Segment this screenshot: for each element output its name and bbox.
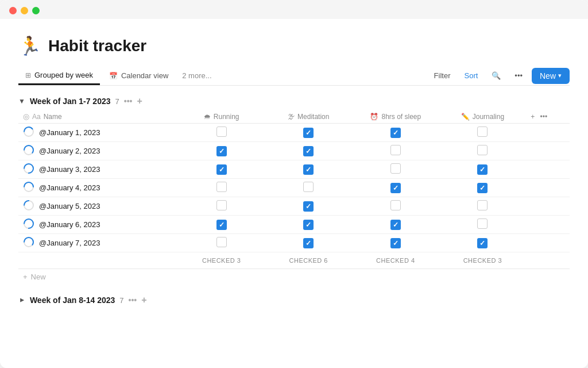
section1-options-icon[interactable]: •••: [124, 97, 133, 106]
tab-calendar-label: Calendar view: [121, 71, 168, 80]
progress-circle-6: [23, 236, 34, 250]
tab-calendar-view[interactable]: 📅 Calendar view: [102, 67, 175, 85]
checkbox-unchecked[interactable]: [216, 237, 227, 247]
section1-collapse-icon[interactable]: ▼: [18, 97, 25, 105]
more-options-button[interactable]: •••: [510, 69, 527, 82]
name-cell: @January 2, 2023: [18, 142, 178, 160]
col-options-icon[interactable]: •••: [540, 113, 548, 121]
row-name-3[interactable]: @January 4, 2023: [39, 183, 100, 192]
name-cell: @January 6, 2023: [18, 216, 178, 234]
row-name-1[interactable]: @January 2, 2023: [39, 147, 100, 155]
row-name-4[interactable]: @January 5, 2023: [39, 202, 100, 210]
col-header-add[interactable]: + •••: [526, 110, 570, 124]
tab-grouped-label: Grouped by week: [34, 71, 93, 79]
search-icon: 🔍: [492, 71, 501, 80]
section1-title: Week of Jan 1-7 2023: [30, 97, 111, 106]
sleep-cell-6: [352, 234, 439, 252]
checkbox-unchecked[interactable]: [390, 145, 401, 155]
checkbox-checked[interactable]: [216, 164, 227, 175]
checkbox-checked[interactable]: [303, 164, 314, 175]
more-views-link[interactable]: 2 more...: [177, 67, 216, 85]
checkbox-checked[interactable]: [477, 238, 488, 248]
row-actions-0: [526, 124, 570, 142]
journaling-col-label: Journaling: [473, 113, 504, 121]
journaling-cell-6: [439, 234, 527, 252]
calendar-icon: 📅: [109, 72, 118, 80]
name-cell: @January 5, 2023: [18, 197, 178, 216]
checkbox-checked[interactable]: [390, 220, 401, 230]
filter-button[interactable]: Filter: [430, 69, 455, 82]
section2-collapse-icon[interactable]: ▼: [18, 297, 26, 304]
table-row: @January 7, 2023: [18, 234, 570, 252]
checkbox-unchecked[interactable]: [216, 200, 227, 210]
checkbox-unchecked[interactable]: [390, 163, 401, 174]
journaling-cell-5: [439, 216, 527, 234]
checkbox-unchecked[interactable]: [303, 182, 314, 192]
checkbox-checked[interactable]: [216, 220, 227, 230]
checkbox-checked[interactable]: [303, 201, 314, 212]
checkbox-unchecked[interactable]: [477, 218, 488, 229]
name-cell: @January 4, 2023: [18, 179, 178, 197]
checkbox-checked[interactable]: [303, 220, 314, 230]
row-name-5[interactable]: @January 6, 2023: [39, 220, 100, 229]
section1-count: 7: [115, 97, 119, 106]
add-new-row[interactable]: + New: [18, 269, 570, 285]
table-row: @January 2, 2023: [18, 142, 570, 160]
section2-add-icon[interactable]: +: [141, 295, 146, 305]
checkbox-checked[interactable]: [390, 238, 401, 248]
section2-options-icon[interactable]: •••: [129, 296, 137, 305]
new-button[interactable]: New ▾: [532, 68, 570, 84]
table-row: @January 1, 2023: [18, 124, 570, 142]
table-row: @January 5, 2023: [18, 197, 570, 216]
search-button[interactable]: 🔍: [487, 69, 505, 82]
section1-add-icon[interactable]: +: [137, 96, 142, 106]
row-name-6[interactable]: @January 7, 2023: [39, 239, 100, 247]
checkbox-unchecked[interactable]: [216, 126, 227, 137]
checkbox-checked[interactable]: [390, 183, 401, 193]
page-header: 🏃 Habit tracker: [18, 19, 570, 66]
row-name-0[interactable]: @January 1, 2023: [39, 128, 100, 137]
tab-grouped-by-week[interactable]: ⊞ Grouped by week: [18, 66, 100, 85]
name-cell: @January 7, 2023: [18, 234, 178, 252]
checkbox-unchecked[interactable]: [390, 200, 401, 210]
close-button[interactable]: [9, 7, 17, 14]
section2-title: Week of Jan 8-14 2023: [30, 296, 115, 305]
checkbox-unchecked[interactable]: [477, 145, 488, 155]
checkbox-checked[interactable]: [477, 183, 488, 193]
row-actions-6: [526, 234, 570, 252]
checkbox-checked[interactable]: [303, 128, 314, 138]
meditation-cell-2: [265, 160, 352, 179]
running-cell-1: [178, 142, 265, 160]
checkbox-checked[interactable]: [477, 164, 488, 175]
journaling-cell-3: [439, 179, 527, 197]
progress-circle-1: [23, 144, 34, 158]
col-header-sleep: ⏰ 8hrs of sleep: [352, 110, 439, 124]
section1-header: ▼ Week of Jan 1-7 2023 7 ••• +: [18, 96, 570, 106]
checkbox-unchecked[interactable]: [477, 126, 488, 137]
sleep-summary: CHECKED 4: [352, 252, 439, 269]
progress-circle-5: [23, 218, 34, 231]
meditation-cell-6: [265, 234, 352, 252]
meditation-cell-0: [265, 124, 352, 142]
checkbox-checked[interactable]: [303, 238, 314, 248]
row-name-2[interactable]: @January 3, 2023: [39, 165, 100, 174]
section2-count: 7: [119, 296, 123, 305]
row-actions-3: [526, 179, 570, 197]
checkbox-checked[interactable]: [216, 146, 227, 156]
checkbox-checked[interactable]: [390, 128, 401, 138]
add-new-icon: +: [23, 273, 28, 281]
target-icon: ◎: [23, 112, 29, 121]
sort-button[interactable]: Sort: [459, 69, 482, 82]
minimize-button[interactable]: [21, 7, 28, 14]
meditation-cell-5: [265, 216, 352, 234]
row-actions-4: [526, 197, 570, 216]
main-content: 🏃 Habit tracker ⊞ Grouped by week 📅 Cale…: [0, 19, 588, 368]
checkbox-checked[interactable]: [303, 146, 314, 156]
checkbox-unchecked[interactable]: [216, 182, 227, 192]
maximize-button[interactable]: [32, 7, 40, 14]
meditation-cell-3: [265, 179, 352, 197]
col-header-name: ◎ Aa Name: [18, 110, 178, 124]
add-new-label: New: [31, 273, 46, 281]
checkbox-unchecked[interactable]: [477, 200, 488, 210]
add-col-icon[interactable]: +: [531, 113, 535, 121]
